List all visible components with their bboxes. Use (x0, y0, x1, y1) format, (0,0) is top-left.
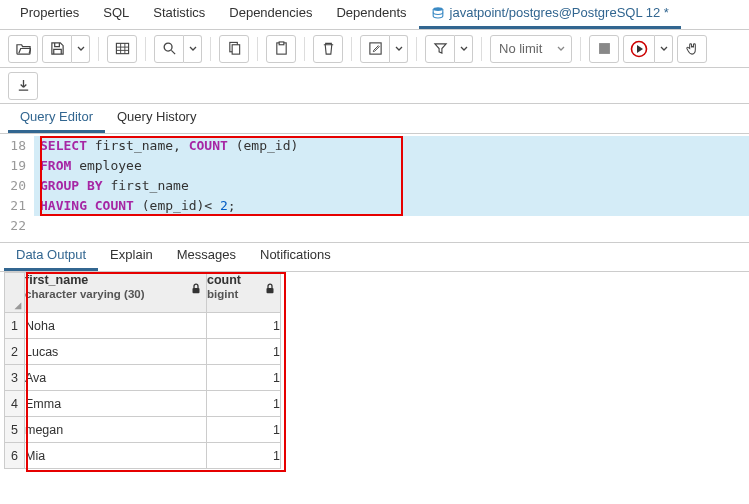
edit-grid-button[interactable] (107, 35, 137, 63)
svg-rect-1 (116, 43, 128, 53)
tab-explain[interactable]: Explain (98, 241, 165, 271)
save-menu-button[interactable] (72, 35, 90, 63)
row-number[interactable]: 1 (5, 313, 25, 339)
secondary-toolbar (0, 68, 749, 104)
cell-count[interactable]: 1 (207, 313, 281, 339)
delete-button[interactable] (313, 35, 343, 63)
table-row[interactable]: 5megan1 (5, 417, 281, 443)
tab-query-tool[interactable]: javatpoint/postgres@PostgreSQL 12 * (419, 0, 681, 29)
cell-first-name[interactable]: Mia (25, 443, 207, 469)
sql-editor[interactable]: 18SELECT first_name, COUNT (emp_id) 19FR… (0, 134, 749, 242)
row-number[interactable]: 4 (5, 391, 25, 417)
edit-button[interactable] (360, 35, 390, 63)
column-type: character varying (30) (25, 288, 145, 300)
row-number[interactable]: 2 (5, 339, 25, 365)
row-number[interactable]: 3 (5, 365, 25, 391)
separator (210, 37, 211, 61)
row-number[interactable]: 6 (5, 443, 25, 469)
result-grid[interactable]: first_name character varying (30) count … (4, 272, 281, 469)
corner-cell[interactable] (5, 273, 25, 313)
output-tabs: Data Output Explain Messages Notificatio… (0, 242, 749, 272)
column-header-count[interactable]: count bigint (207, 273, 281, 313)
stop-button[interactable] (589, 35, 619, 63)
cell-first-name[interactable]: Lucas (25, 339, 207, 365)
grid-edit-icon (115, 41, 130, 56)
execute-button[interactable] (623, 35, 655, 63)
cell-count[interactable]: 1 (207, 443, 281, 469)
tab-properties[interactable]: Properties (8, 0, 91, 29)
chevron-down-icon (189, 45, 197, 53)
code-text: first_name (103, 178, 189, 193)
limit-dropdown[interactable]: No limit (490, 35, 572, 63)
code-num: 2 (220, 198, 228, 213)
cell-first-name[interactable]: Noha (25, 313, 207, 339)
trash-icon (321, 41, 336, 56)
line-number: 22 (0, 216, 34, 236)
database-icon (431, 6, 445, 20)
explain-button[interactable] (677, 35, 707, 63)
table-row[interactable]: 4Emma1 (5, 391, 281, 417)
pencil-square-icon (368, 41, 383, 56)
filter-menu-button[interactable] (455, 35, 473, 63)
chevron-down-icon (460, 45, 468, 53)
cell-first-name[interactable]: megan (25, 417, 207, 443)
tab-data-output[interactable]: Data Output (4, 241, 98, 271)
svg-rect-4 (232, 45, 240, 54)
save-button[interactable] (42, 35, 72, 63)
code-kw: HAVING COUNT (40, 198, 134, 213)
tab-sql[interactable]: SQL (91, 0, 141, 29)
limit-dropdown-label: No limit (499, 41, 542, 56)
tab-notifications[interactable]: Notifications (248, 241, 343, 271)
column-header-first-name[interactable]: first_name character varying (30) (25, 273, 207, 313)
execute-menu-button[interactable] (655, 35, 673, 63)
save-icon (50, 41, 65, 56)
tab-statistics[interactable]: Statistics (141, 0, 217, 29)
row-number[interactable]: 5 (5, 417, 25, 443)
code-text: (emp_id)< (134, 198, 220, 213)
table-row[interactable]: 1Noha1 (5, 313, 281, 339)
table-row[interactable]: 2Lucas1 (5, 339, 281, 365)
code-kw: GROUP BY (40, 178, 103, 193)
code-kw: SELECT (40, 138, 87, 153)
separator (145, 37, 146, 61)
cell-first-name[interactable]: Ava (25, 365, 207, 391)
svg-rect-6 (279, 42, 284, 45)
svg-rect-10 (193, 288, 200, 293)
open-file-button[interactable] (8, 35, 38, 63)
table-row[interactable]: 3Ava1 (5, 365, 281, 391)
tab-query-history[interactable]: Query History (105, 103, 208, 133)
filter-button[interactable] (425, 35, 455, 63)
code-text: first_name, (87, 138, 189, 153)
paste-icon (274, 41, 289, 56)
cell-count[interactable]: 1 (207, 339, 281, 365)
table-row[interactable]: 6Mia1 (5, 443, 281, 469)
code-kw: FROM (40, 158, 71, 173)
line-number: 19 (0, 156, 34, 176)
find-button[interactable] (154, 35, 184, 63)
column-type: bigint (207, 288, 238, 300)
cell-first-name[interactable]: Emma (25, 391, 207, 417)
tab-dependencies[interactable]: Dependencies (217, 0, 324, 29)
tab-dependents[interactable]: Dependents (324, 0, 418, 29)
chevron-down-icon (77, 45, 85, 53)
chevron-down-icon (557, 45, 565, 53)
paste-button[interactable] (266, 35, 296, 63)
cell-count[interactable]: 1 (207, 365, 281, 391)
separator (580, 37, 581, 61)
result-grid-container: first_name character varying (30) count … (0, 272, 749, 473)
stop-icon (598, 42, 611, 55)
tab-messages[interactable]: Messages (165, 241, 248, 271)
hand-icon (685, 41, 700, 56)
download-button[interactable] (8, 72, 38, 100)
cell-count[interactable]: 1 (207, 417, 281, 443)
tab-query-editor[interactable]: Query Editor (8, 103, 105, 133)
folder-open-icon (16, 41, 31, 56)
editor-tabs: Query Editor Query History (0, 104, 749, 134)
copy-button[interactable] (219, 35, 249, 63)
find-menu-button[interactable] (184, 35, 202, 63)
edit-menu-button[interactable] (390, 35, 408, 63)
code-fn: COUNT (189, 138, 228, 153)
separator (98, 37, 99, 61)
main-toolbar: No limit (0, 30, 749, 68)
cell-count[interactable]: 1 (207, 391, 281, 417)
